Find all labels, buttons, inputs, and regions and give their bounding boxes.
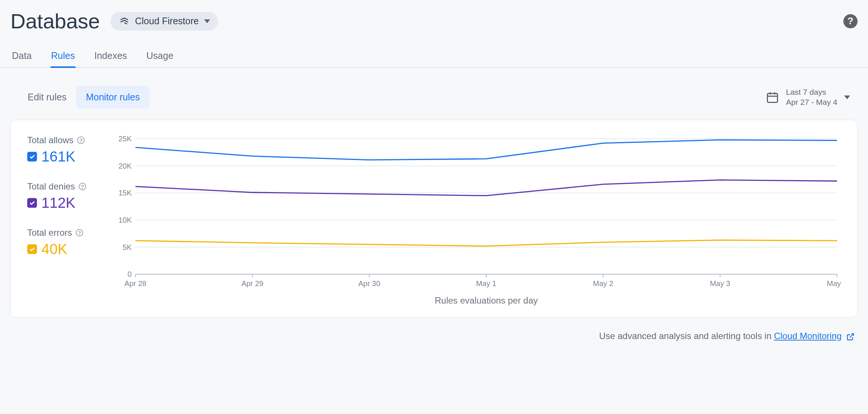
page-title: Database (10, 9, 100, 33)
legend-item-denies: Total denies ? 112K (27, 181, 109, 211)
legend-label-errors: Total errors ? (27, 228, 109, 238)
svg-text:May 2: May 2 (593, 279, 613, 288)
line-chart: 05K10K15K20K25KApr 28Apr 29Apr 30May 1Ma… (109, 135, 841, 308)
help-icon[interactable]: ? (76, 229, 83, 236)
tab-usage[interactable]: Usage (146, 46, 174, 67)
legend: Total allows ? 161K Total denies ? 112K … (27, 135, 109, 308)
svg-text:0: 0 (128, 270, 132, 278)
help-icon[interactable]: ? (843, 14, 858, 28)
svg-text:May 4: May 4 (827, 279, 841, 288)
svg-text:25K: 25K (118, 135, 132, 143)
tab-data[interactable]: Data (11, 46, 32, 67)
svg-text:15K: 15K (118, 189, 132, 197)
legend-label-allows: Total allows ? (27, 135, 109, 145)
value-text: 40K (41, 241, 67, 257)
legend-value-denies: 112K (27, 195, 109, 211)
help-icon[interactable]: ? (79, 183, 86, 190)
firestore-icon (119, 16, 130, 27)
main-tabs: Data Rules Indexes Usage (0, 46, 868, 68)
svg-text:May 1: May 1 (476, 279, 496, 288)
cloud-monitoring-link[interactable]: Cloud Monitoring (774, 331, 842, 341)
date-range-label: Last 7 days (786, 87, 837, 97)
legend-item-allows: Total allows ? 161K (27, 135, 109, 165)
header: Database Cloud Firestore ? (0, 0, 868, 36)
external-link-icon (846, 333, 855, 341)
checkbox-allows[interactable] (27, 152, 37, 161)
checkbox-errors[interactable] (27, 244, 37, 254)
subtab-monitor-rules[interactable]: Monitor rules (76, 86, 150, 109)
chart-wrap: 05K10K15K20K25KApr 28Apr 29Apr 30May 1Ma… (109, 135, 841, 308)
svg-text:Apr 29: Apr 29 (241, 279, 263, 288)
svg-text:10K: 10K (118, 216, 132, 224)
legend-label-text: Total denies (27, 181, 75, 192)
svg-text:20K: 20K (118, 162, 132, 170)
legend-value-allows: 161K (27, 148, 109, 165)
svg-rect-0 (768, 93, 778, 102)
legend-item-errors: Total errors ? 40K (27, 228, 109, 257)
database-picker[interactable]: Cloud Firestore (110, 12, 218, 31)
chevron-down-icon (844, 95, 850, 99)
date-range-dates: Apr 27 - May 4 (786, 97, 837, 107)
date-range-text: Last 7 days Apr 27 - May 4 (786, 87, 837, 107)
value-text: 112K (41, 195, 75, 211)
date-range-picker[interactable]: Last 7 days Apr 27 - May 4 (766, 87, 850, 107)
calendar-icon (766, 91, 779, 104)
tab-indexes[interactable]: Indexes (94, 46, 128, 67)
chart-svg: 05K10K15K20K25KApr 28Apr 29Apr 30May 1Ma… (109, 135, 841, 308)
legend-label-text: Total allows (27, 135, 74, 145)
tab-rules[interactable]: Rules (50, 46, 76, 67)
svg-text:5K: 5K (123, 243, 132, 251)
legend-label-text: Total errors (27, 228, 72, 238)
metrics-card: Total allows ? 161K Total denies ? 112K … (10, 120, 858, 317)
checkbox-denies[interactable] (27, 198, 37, 208)
svg-text:Apr 30: Apr 30 (358, 279, 380, 288)
value-text: 161K (41, 148, 75, 165)
subtab-edit-rules[interactable]: Edit rules (18, 86, 76, 109)
svg-text:Rules evaluations per day: Rules evaluations per day (435, 295, 538, 305)
caption-prefix: Use advanced analysis and alerting tools… (599, 331, 774, 341)
legend-label-denies: Total denies ? (27, 181, 109, 192)
cloud-monitoring-caption: Use advanced analysis and alerting tools… (0, 317, 868, 341)
chevron-down-icon (204, 19, 210, 23)
database-picker-label: Cloud Firestore (135, 16, 199, 26)
help-icon[interactable]: ? (77, 137, 85, 144)
subtab-row: Edit rules Monitor rules Last 7 days Apr… (0, 68, 868, 117)
svg-text:May 3: May 3 (710, 279, 730, 288)
svg-text:Apr 28: Apr 28 (125, 279, 147, 288)
legend-value-errors: 40K (27, 241, 109, 257)
